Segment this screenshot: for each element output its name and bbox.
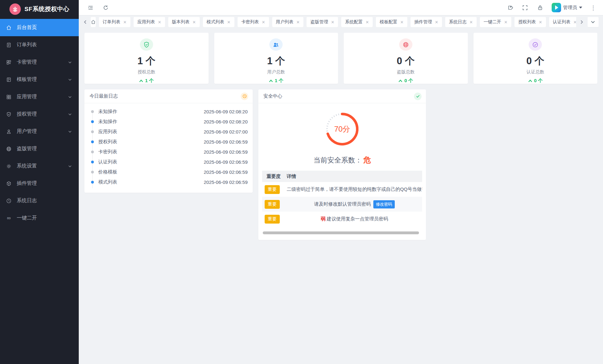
latest-logs-card: 今日最新日志 未知操作2025-06-09 02:08:20 未知操作2025-… (84, 89, 253, 193)
tab-label: 模板配置 (380, 19, 397, 25)
timeline-dot (91, 120, 94, 123)
tab-label: 认证列表 (553, 19, 571, 25)
shield-check-icon (140, 38, 153, 51)
sidebar-item-label: 应用管理 (17, 94, 68, 100)
log-row[interactable]: 应用列表2025-06-09 02:07:00 (89, 127, 248, 137)
tab-item[interactable]: 应用列表✕ (134, 17, 165, 27)
importance-badge: 重要 (265, 200, 280, 209)
collapse-sidebar-icon[interactable] (87, 4, 94, 11)
sidebar-item-settings[interactable]: 系统设置 (0, 157, 79, 175)
sidebar-item-one-key[interactable]: ∞ 一键二开 (0, 209, 79, 227)
card-title: 安全中心 (263, 93, 282, 99)
stat-label: 用户总数 (267, 69, 285, 75)
tab-item[interactable]: 系统配置✕ (341, 17, 373, 27)
log-row[interactable]: 模式列表2025-06-09 02:06:59 (89, 177, 248, 187)
tab-item[interactable]: 一键二开✕ (480, 17, 511, 27)
user-menu[interactable]: 管理员 (552, 3, 582, 12)
log-row[interactable]: 价格模板2025-06-09 02:06:59 (89, 167, 248, 177)
tab-bar: 订单列表✕ 应用列表✕ 版本列表✕ 模式列表✕ 卡密列表✕ 用户列表✕ 盗版管理… (79, 15, 603, 29)
close-icon[interactable]: ✕ (400, 20, 404, 24)
close-icon[interactable]: ✕ (435, 20, 438, 24)
issue-text: 请及时修改默认管理员密码修改密码 (287, 200, 422, 208)
tab-home[interactable] (91, 17, 96, 27)
tab-item[interactable]: 卡密列表✕ (238, 17, 269, 27)
tab-item[interactable]: 系统日志✕ (445, 17, 477, 27)
close-icon[interactable]: ✕ (158, 20, 161, 24)
close-icon[interactable]: ✕ (504, 20, 508, 24)
sidebar-item-label: 插件管理 (17, 180, 72, 187)
sidebar-item-piracy[interactable]: 盗版管理 (0, 140, 79, 157)
tab-item[interactable]: 模板配置✕ (376, 17, 407, 27)
card-title: 今日最新日志 (89, 93, 118, 99)
tab-item[interactable]: 认证列表✕ (549, 17, 576, 27)
log-row[interactable]: 认证列表2025-06-09 02:06:59 (89, 157, 248, 167)
horizontal-scrollbar[interactable] (263, 231, 419, 234)
timeline-dot (91, 110, 94, 113)
close-icon[interactable]: ✕ (573, 20, 576, 24)
tab-item[interactable]: 订单列表✕ (99, 17, 130, 27)
sidebar-item-users[interactable]: 用户管理 (0, 123, 79, 140)
importance-badge: 重要 (265, 185, 280, 194)
caret-up-icon (139, 79, 143, 83)
close-icon[interactable]: ✕ (227, 20, 231, 24)
log-row[interactable]: 卡密列表2025-06-09 02:06:59 (89, 147, 248, 157)
close-icon[interactable]: ✕ (262, 20, 265, 24)
close-icon[interactable]: ✕ (469, 20, 473, 24)
tab-item[interactable]: 盗版管理✕ (307, 17, 338, 27)
issue-text: 弱建议使用复杂一点管理员密码 (287, 216, 422, 222)
sidebar-item-logs[interactable]: 系统日志 (0, 192, 79, 209)
app-window: SF系统授权中心 后台首页 订单列表 卡密管理 (0, 0, 603, 364)
app-grid-icon (6, 94, 12, 100)
tab-label: 授权列表 (518, 19, 536, 25)
close-icon[interactable]: ✕ (365, 20, 369, 24)
chevron-down-icon (68, 78, 72, 82)
scroll-tabs-right-icon[interactable] (579, 20, 584, 24)
lock-icon[interactable] (537, 4, 543, 11)
sidebar-item-label: 系统日志 (17, 197, 72, 204)
close-icon[interactable]: ✕ (296, 20, 300, 24)
tab-item[interactable]: 版本列表✕ (168, 17, 200, 27)
tab-item[interactable]: 授权列表✕ (514, 17, 546, 27)
caret-down-icon (579, 7, 582, 9)
refresh-icon[interactable] (102, 4, 109, 11)
log-row[interactable]: 授权列表2025-06-09 02:06:59 (89, 137, 248, 147)
globe-icon (399, 38, 412, 51)
tag-icon[interactable] (506, 4, 513, 11)
tab-item[interactable]: 模式列表✕ (203, 17, 234, 27)
change-password-button[interactable]: 修改密码 (373, 200, 395, 208)
caret-up-icon (528, 79, 532, 83)
sidebar-item-plugins[interactable]: 插件管理 (0, 175, 79, 192)
infinity-icon: ∞ (6, 215, 12, 221)
sidebar-item-label: 盗版管理 (17, 145, 72, 152)
clock-icon (6, 198, 12, 204)
avatar (552, 3, 561, 12)
tab-item[interactable]: 用户列表✕ (272, 17, 304, 27)
home-icon (6, 25, 12, 31)
timeline-dot (91, 181, 94, 184)
tab-item[interactable]: 插件管理✕ (411, 17, 442, 27)
close-icon[interactable]: ✕ (192, 20, 196, 24)
sidebar-item-templates[interactable]: 模板管理 (0, 71, 79, 88)
close-icon[interactable]: ✕ (539, 20, 542, 24)
sidebar: SF系统授权中心 后台首页 订单列表 卡密管理 (0, 0, 79, 364)
sidebar-item-authorization[interactable]: 授权管理 (0, 105, 79, 123)
sidebar-item-dashboard[interactable]: 后台首页 (0, 19, 79, 36)
stat-value: 0 个 (397, 54, 415, 68)
log-row[interactable]: 未知操作2025-06-09 02:08:20 (89, 117, 248, 127)
stat-value: 1 个 (137, 54, 155, 68)
scroll-tabs-left-icon[interactable] (83, 20, 88, 24)
stat-card-users: 1 个 用户总数 1 个 (214, 33, 338, 84)
user-name: 管理员 (563, 5, 577, 11)
close-icon[interactable]: ✕ (331, 20, 334, 24)
sidebar-item-orders[interactable]: 订单列表 (0, 36, 79, 54)
sidebar-item-applications[interactable]: 应用管理 (0, 88, 79, 105)
sidebar-item-card-keys[interactable]: 卡密管理 (0, 54, 79, 71)
open-tabs: 订单列表✕ 应用列表✕ 版本列表✕ 模式列表✕ 卡密列表✕ 用户列表✕ 盗版管理… (91, 17, 576, 27)
close-icon[interactable]: ✕ (123, 20, 127, 24)
tabs-dropdown-button[interactable] (588, 17, 599, 27)
security-level-line: 当前安全系数：危 (258, 155, 426, 165)
fullscreen-icon[interactable] (521, 4, 528, 11)
more-options-icon[interactable]: ⋮ (590, 4, 596, 11)
log-row[interactable]: 未知操作2025-06-09 02:08:20 (89, 106, 248, 117)
sidebar-menu: 后台首页 订单列表 卡密管理 模板管理 (0, 19, 79, 227)
